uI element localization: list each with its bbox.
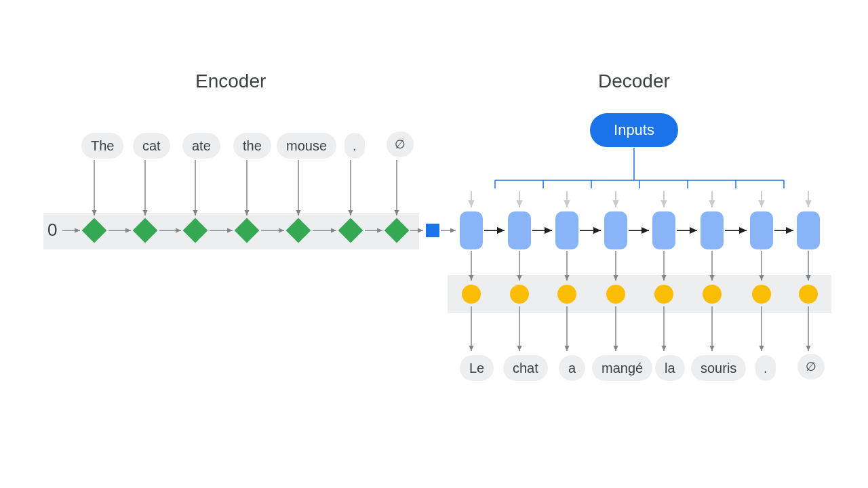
decoder-token: chat [503,355,548,381]
decoder-cell [652,211,675,249]
decoder-token: a [559,355,585,381]
decoder-output-node [799,285,818,304]
decoder-output-node [703,285,722,304]
encoder-token: mouse [277,133,336,159]
decoder-cell [750,211,773,249]
decoder-cell [555,211,578,249]
decoder-cell [460,211,483,249]
decoder-output-node [510,285,529,304]
decoder-token: mangé [592,355,652,381]
decoder-output-node [654,285,673,304]
decoder-token-end: ∅ [797,354,825,380]
encoder-start-label: 0 [47,220,57,241]
encoder-token: ate [182,133,220,159]
context-vector [426,224,439,237]
encoder-token-end: ∅ [387,131,414,157]
diagram-stage: Encoder Decoder Inputs The cat ate the m… [0,0,868,488]
inputs-pill: Inputs [590,113,678,147]
encoder-token: The [81,133,123,159]
decoder-token: la [655,355,685,381]
decoder-token: . [755,355,776,381]
decoder-cell [701,211,724,249]
decoder-output-node [752,285,771,304]
decoder-cell [797,211,820,249]
decoder-output-node [606,285,625,304]
decoder-output-node [557,285,576,304]
decoder-token: Le [460,355,494,381]
encoder-token: . [344,133,365,159]
decoder-title: Decoder [598,70,670,92]
decoder-output-node [462,285,481,304]
decoder-cell [604,211,627,249]
decoder-cell [508,211,531,249]
decoder-token: souris [691,355,746,381]
encoder-title: Encoder [195,70,266,92]
encoder-token: cat [133,133,170,159]
decoder-output-strip [448,275,831,313]
encoder-token: the [233,133,271,159]
